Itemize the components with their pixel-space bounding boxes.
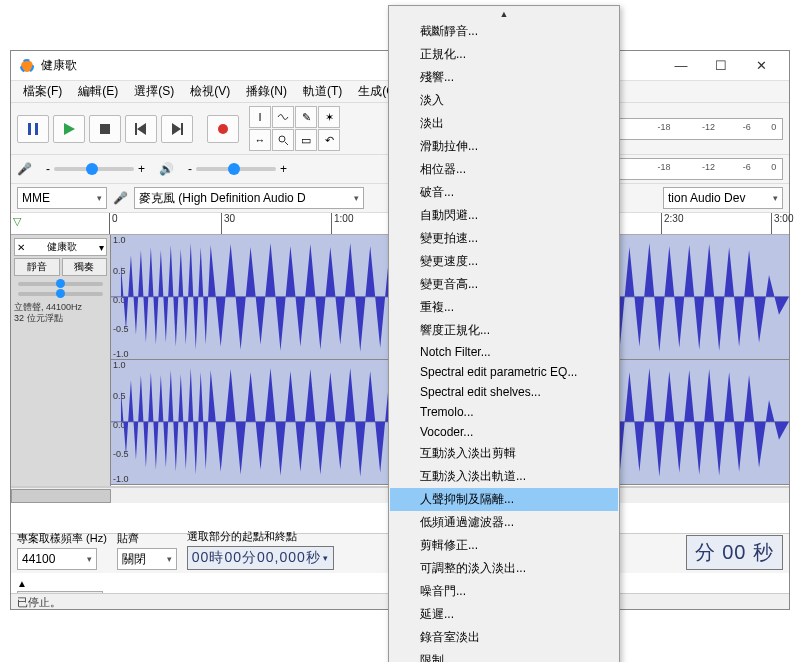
draw-tool[interactable]: ✎ (295, 106, 317, 128)
track-name-row[interactable]: ✕ 健康歌 ▾ (14, 238, 107, 256)
stop-button[interactable] (89, 115, 121, 143)
input-value: 麥克風 (High Definition Audio D (139, 190, 306, 207)
playback-volume-slider[interactable]: -+ (188, 162, 287, 176)
chevron-down-icon: ▾ (97, 193, 102, 203)
mic-icon: 🎤 (17, 162, 32, 176)
chevron-down-icon: ▾ (167, 554, 172, 564)
menu-transport[interactable]: 播錄(N) (238, 81, 295, 102)
playback-meter[interactable]: -18 -12 -6 0 (603, 158, 783, 180)
effects-menu-item[interactable]: Spectral edit parametric EQ... (390, 362, 618, 382)
menu-select[interactable]: 選擇(S) (126, 81, 182, 102)
effects-menu-item[interactable]: 可調整的淡入淡出... (390, 557, 618, 580)
svg-line-12 (285, 142, 288, 145)
solo-button[interactable]: 獨奏 (62, 258, 108, 276)
multi-tool[interactable]: ✶ (318, 106, 340, 128)
envelope-tool[interactable] (272, 106, 294, 128)
svg-marker-4 (64, 123, 75, 135)
recording-meter[interactable]: -18 -12 -6 0 (603, 118, 783, 140)
effects-menu-item[interactable]: Tremolo... (390, 402, 618, 422)
meter-tick: -12 (702, 162, 715, 172)
window-title: 健康歌 (41, 57, 77, 74)
paste-tool-icon[interactable]: ▭ (295, 129, 317, 151)
pause-button[interactable] (17, 115, 49, 143)
gain-slider[interactable] (18, 282, 103, 286)
zoom-tool[interactable] (272, 129, 294, 151)
effects-menu-item[interactable]: 錄音室淡出 (390, 626, 618, 649)
snap-label: 貼齊 (117, 531, 177, 546)
effects-menu-item[interactable]: 自動閃避... (390, 204, 618, 227)
rate-value: 44100 (22, 552, 55, 566)
menu-file[interactable]: 檔案(F) (15, 81, 70, 102)
track-close-icon[interactable]: ✕ (17, 242, 25, 253)
output-device-combo[interactable]: tion Audio Dev▾ (663, 187, 783, 209)
meter-tick: 0 (771, 122, 776, 132)
effects-menu-item[interactable]: 正規化... (390, 43, 618, 66)
skip-end-button[interactable] (161, 115, 193, 143)
host-value: MME (22, 191, 50, 205)
scrollbar-thumb[interactable] (11, 489, 111, 503)
effects-menu-item[interactable]: 限制... (390, 649, 618, 662)
effects-menu-item[interactable]: 延遲... (390, 603, 618, 626)
effects-menu-item[interactable]: 變更拍速... (390, 227, 618, 250)
effects-menu-item[interactable]: 重複... (390, 296, 618, 319)
effects-menu-item[interactable]: 變更速度... (390, 250, 618, 273)
record-button[interactable] (207, 115, 239, 143)
host-combo[interactable]: MME▾ (17, 187, 107, 209)
effects-menu-item[interactable]: 滑動拉伸... (390, 135, 618, 158)
skip-start-button[interactable] (125, 115, 157, 143)
timeshift-tool[interactable]: ↔ (249, 129, 271, 151)
mute-button[interactable]: 靜音 (14, 258, 60, 276)
menu-scroll-up-icon[interactable]: ▲ (390, 8, 618, 20)
project-rate-combo[interactable]: 44100▾ (17, 548, 97, 570)
svg-rect-3 (35, 123, 38, 135)
menu-view[interactable]: 檢視(V) (182, 81, 238, 102)
effects-menu-item[interactable]: 低頻通過濾波器... (390, 511, 618, 534)
ruler-tick: 3:00 (771, 213, 793, 234)
chevron-down-icon: ▾ (87, 554, 92, 564)
effects-menu-item[interactable]: 變更音高... (390, 273, 618, 296)
effects-menu-item[interactable]: 淡出 (390, 112, 618, 135)
effects-menu-item[interactable]: 淡入 (390, 89, 618, 112)
selection-tool[interactable]: I (249, 106, 271, 128)
maximize-button[interactable]: ☐ (701, 52, 741, 80)
effects-menu-item[interactable]: 殘響... (390, 66, 618, 89)
maximize-icon: ☐ (715, 58, 727, 73)
audio-position-time[interactable]: 分 00 秒 (686, 535, 783, 570)
record-volume-slider[interactable]: -+ (46, 162, 145, 176)
rate-label: 專案取樣頻率 (Hz) (17, 531, 107, 546)
effects-menu-item[interactable]: 互動淡入淡出軌道... (390, 465, 618, 488)
track-control-panel[interactable]: ✕ 健康歌 ▾ 靜音 獨奏 立體聲, 44100Hz 32 位元浮點 ▲ ▾ 選… (11, 235, 111, 486)
track-menu-icon[interactable]: ▾ (99, 242, 104, 253)
meter-tick: 0 (771, 162, 776, 172)
effects-menu-item[interactable]: 剪輯修正... (390, 534, 618, 557)
svg-rect-5 (100, 124, 110, 134)
status-text: 已停止。 (17, 596, 61, 608)
snap-combo[interactable]: 關閉▾ (117, 548, 177, 570)
minimize-button[interactable]: — (661, 52, 701, 80)
input-device-combo[interactable]: 麥克風 (High Definition Audio D▾ (134, 187, 364, 209)
effects-menu-item[interactable]: 破音... (390, 181, 618, 204)
undo-tool-icon[interactable]: ↶ (318, 129, 340, 151)
effects-menu-item[interactable]: 噪音門... (390, 580, 618, 603)
track-info: 立體聲, 44100Hz 32 位元浮點 (14, 302, 107, 324)
effects-menu-item[interactable]: Notch Filter... (390, 342, 618, 362)
play-button[interactable] (53, 115, 85, 143)
svg-rect-6 (135, 123, 137, 135)
effects-menu-item[interactable]: Vocoder... (390, 422, 618, 442)
effects-menu-item[interactable]: 截斷靜音... (390, 20, 618, 43)
effects-menu-item[interactable]: Spectral edit shelves... (390, 382, 618, 402)
effects-menu-item[interactable]: 相位器... (390, 158, 618, 181)
selection-start-time[interactable]: 00時00分00,000秒▾ (187, 546, 334, 570)
close-button[interactable]: ✕ (741, 52, 781, 80)
svg-point-11 (279, 136, 285, 142)
menu-edit[interactable]: 編輯(E) (70, 81, 126, 102)
menu-tracks[interactable]: 軌道(T) (295, 81, 350, 102)
effects-menu-item[interactable]: 響度正規化... (390, 319, 618, 342)
app-logo-icon (19, 58, 35, 74)
effects-menu-item[interactable]: 互動淡入淡出剪輯 (390, 442, 618, 465)
effects-menu-item[interactable]: 人聲抑制及隔離... (390, 488, 618, 511)
minimize-icon: — (675, 58, 688, 73)
chevron-down-icon: ▾ (773, 193, 778, 203)
pan-slider[interactable] (18, 292, 103, 296)
track-collapse-icon[interactable]: ▲ (17, 578, 27, 589)
